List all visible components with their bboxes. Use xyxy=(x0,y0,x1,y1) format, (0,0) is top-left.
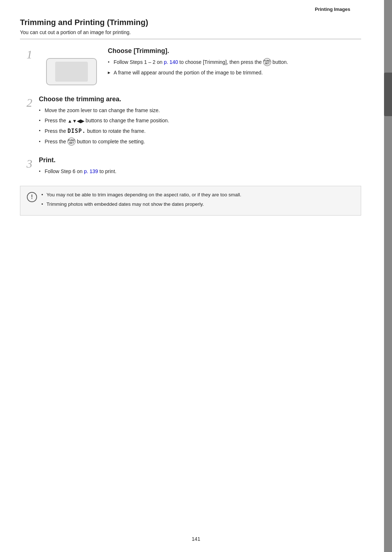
arrow-buttons-icon: ▲▼◀▶ xyxy=(68,118,84,125)
device-screen xyxy=(55,62,88,82)
step-3-bullet-1: Follow Step 6 on p. 139 to print. xyxy=(39,168,361,175)
note-box: ! You may not be able to trim images dep… xyxy=(20,186,361,216)
note-bullet-1: You may not be able to trim images depen… xyxy=(41,191,241,199)
note-icon: ! xyxy=(27,192,37,202)
page-number: 141 xyxy=(0,536,392,542)
step-1-illustration xyxy=(39,47,104,85)
side-tab xyxy=(384,0,392,552)
step-1-bullets: Follow Steps 1 – 2 on p. 140 to choose [… xyxy=(108,58,361,77)
step-2-bullet-1: Move the zoom lever to can change the fr… xyxy=(39,107,361,114)
step-1-number: 1 xyxy=(20,47,39,60)
step-3-content: Print. Follow Step 6 on p. 139 to print. xyxy=(39,156,361,178)
step-2-row: 2 Choose the trimming area. Move the zoo… xyxy=(20,95,361,148)
title-divider xyxy=(20,39,361,39)
step-1-title: Choose [Trimming]. xyxy=(108,47,361,55)
step-1-content: Choose [Trimming]. Follow Steps 1 – 2 on… xyxy=(104,47,361,79)
step-3-bullets: Follow Step 6 on p. 139 to print. xyxy=(39,168,361,175)
page-title: Trimming and Printing (Trimming) xyxy=(20,18,361,27)
step-3-row: 3 Print. Follow Step 6 on p. 139 to prin… xyxy=(20,156,361,178)
note-bullets: You may not be able to trim images depen… xyxy=(41,191,241,210)
func-set-icon-1: FUNCSET xyxy=(263,58,271,66)
func-set-icon-2: FUNCSET xyxy=(68,138,75,146)
step-2-bullets: Move the zoom lever to can change the fr… xyxy=(39,107,361,146)
step-1-bullet-1: Follow Steps 1 – 2 on p. 140 to choose [… xyxy=(108,58,361,66)
step-2-title: Choose the trimming area. xyxy=(39,95,361,103)
step-3-title: Print. xyxy=(39,156,361,164)
step-2-content: Choose the trimming area. Move the zoom … xyxy=(39,95,361,148)
step-2-number: 2 xyxy=(20,95,39,110)
step-3-number: 3 xyxy=(20,156,39,171)
page-subtitle: You can cut out a portion of an image fo… xyxy=(20,29,361,35)
step-2-bullet-2: Press the ▲▼◀▶ buttons to change the fra… xyxy=(39,117,361,124)
step-2-bullet-4: Press the FUNCSET button to complete the… xyxy=(39,138,361,146)
link-p140[interactable]: p. 140 xyxy=(164,59,178,65)
step-1-row: 1 Choose [Trimming]. Follow Steps 1 – 2 … xyxy=(20,47,361,85)
link-p139[interactable]: p. 139 xyxy=(84,168,98,174)
page-content: Printing Images Trimming and Printing (T… xyxy=(20,0,372,216)
section-label: Printing Images xyxy=(315,7,350,12)
side-tab-accent xyxy=(384,73,392,116)
device-drawing xyxy=(46,58,97,85)
step-1-inner: Choose [Trimming]. Follow Steps 1 – 2 on… xyxy=(39,47,361,85)
step-2-bullet-3: Press the DISP. button to rotate the fra… xyxy=(39,127,361,135)
note-bullet-2: Trimming photos with embedded dates may … xyxy=(41,201,241,208)
step-1-bullet-2: A frame will appear around the portion o… xyxy=(108,69,361,77)
page-header: Printing Images xyxy=(20,0,361,14)
disp-label: DISP. xyxy=(68,128,86,134)
